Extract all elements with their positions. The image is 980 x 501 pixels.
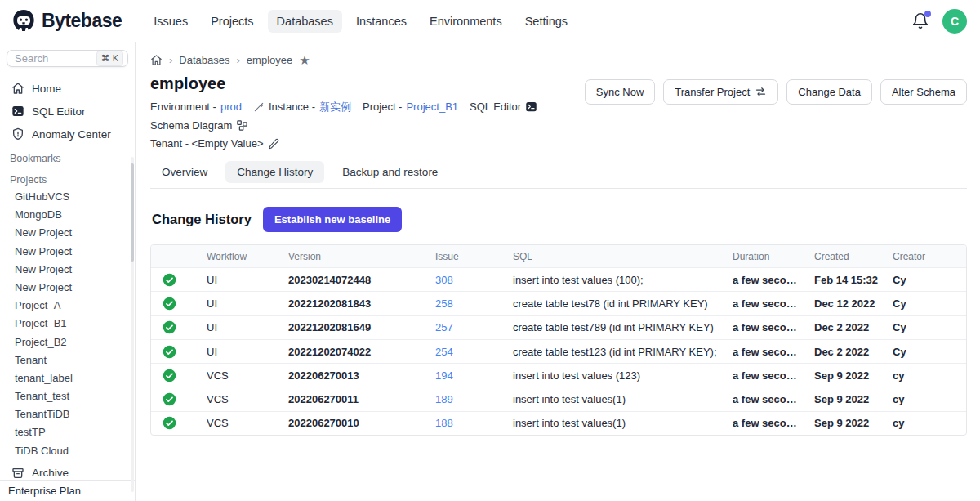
- table-row: VCS 202206270013 194 insert into test va…: [151, 363, 966, 387]
- issue-cell: 308: [429, 274, 506, 286]
- breadcrumb-databases[interactable]: Databases: [179, 54, 229, 66]
- top-nav-item[interactable]: Issues: [145, 10, 197, 33]
- sidebar-project-item[interactable]: TenantTiDB: [0, 405, 135, 423]
- sidebar-item-archive[interactable]: Archive: [0, 467, 135, 480]
- sync-now-label: Sync Now: [596, 86, 644, 98]
- issue-cell: 257: [429, 321, 506, 333]
- search-box[interactable]: ⌘ K: [7, 50, 128, 67]
- sql-cell: insert into test values (100);: [506, 274, 726, 286]
- issue-link[interactable]: 194: [435, 369, 453, 382]
- issue-link[interactable]: 254: [435, 346, 453, 358]
- issue-link[interactable]: 257: [435, 321, 453, 333]
- status-cell: [151, 416, 200, 430]
- workflow-cell: VCS: [200, 417, 282, 429]
- tab[interactable]: Overview: [150, 161, 219, 183]
- issue-cell: 194: [429, 369, 506, 382]
- sidebar-item-home[interactable]: Home: [0, 77, 135, 100]
- instance-link[interactable]: 新实例: [319, 99, 351, 114]
- top-nav-item[interactable]: Databases: [268, 10, 342, 33]
- breadcrumb-employee[interactable]: employee: [247, 54, 292, 66]
- top-nav-item[interactable]: Settings: [516, 10, 577, 33]
- sidebar-scrollbar-thumb[interactable]: [131, 163, 134, 262]
- top-nav-item[interactable]: Environments: [421, 10, 511, 33]
- sidebar-project-item[interactable]: New Project: [0, 243, 135, 261]
- bookmarks-section-label: Bookmarks: [0, 145, 135, 167]
- bytebase-logo[interactable]: Bytebase: [11, 9, 122, 34]
- version-cell: 202206270010: [282, 417, 429, 429]
- issue-cell: 254: [429, 346, 506, 358]
- creator-cell: cy: [886, 369, 966, 382]
- user-avatar[interactable]: C: [942, 9, 967, 34]
- sidebar-project-item[interactable]: Project_B2: [0, 333, 135, 351]
- sidebar-project-item[interactable]: Tenant_test: [0, 387, 135, 405]
- duration-cell: a few seconds: [726, 274, 808, 286]
- sql-editor-link[interactable]: SQL Editor: [470, 99, 537, 114]
- change-data-button[interactable]: Change Data: [786, 79, 872, 105]
- top-bar: Bytebase Issues Projects Databases Insta…: [0, 0, 980, 42]
- tenant-meta: Tenant - <Empty Value>: [150, 136, 279, 151]
- issue-column-header: Issue: [429, 251, 506, 262]
- sidebar-project-item[interactable]: New Project: [0, 224, 135, 242]
- sync-now-button[interactable]: Sync Now: [585, 79, 656, 105]
- environment-link[interactable]: prod: [220, 99, 242, 114]
- alter-schema-button[interactable]: Alter Schema: [880, 79, 967, 105]
- archive-icon: [11, 467, 24, 480]
- sql-cell: insert into test values (123): [506, 369, 726, 382]
- sidebar-project-item[interactable]: tenant_label: [0, 369, 135, 387]
- sidebar-project-item[interactable]: Project_B1: [0, 315, 135, 333]
- version-cell: 202206270013: [282, 369, 429, 382]
- version-cell: 20230214072448: [282, 274, 429, 286]
- issue-link[interactable]: 189: [435, 393, 453, 405]
- sidebar-scrollbar[interactable]: [131, 157, 134, 492]
- app-window: Bytebase Issues Projects Databases Insta…: [0, 0, 980, 501]
- sidebar-project-item[interactable]: Project_A: [0, 297, 135, 315]
- sidebar-project-item[interactable]: TiDB Cloud: [0, 442, 135, 460]
- schema-diagram-link[interactable]: Schema Diagram: [150, 118, 248, 133]
- sidebar-item-label: Anomaly Center: [32, 128, 111, 141]
- alter-schema-label: Alter Schema: [892, 86, 956, 98]
- creator-cell: cy: [886, 417, 966, 429]
- search-input[interactable]: [15, 52, 93, 65]
- sidebar-project-item[interactable]: MongoDB: [0, 206, 135, 224]
- sql-column-header: SQL: [506, 251, 726, 262]
- notification-dot: [924, 11, 931, 17]
- sidebar-project-item[interactable]: GitHubVCS: [0, 188, 135, 206]
- issue-link[interactable]: 258: [435, 297, 453, 310]
- transfer-project-button[interactable]: Transfer Project: [663, 79, 778, 105]
- page-action-buttons: Sync Now Transfer Project Change Data: [585, 79, 967, 105]
- sidebar-item-label: Home: [32, 83, 61, 95]
- sql-cell: insert into test values(1): [506, 393, 726, 405]
- issue-link[interactable]: 308: [435, 274, 453, 286]
- duration-column-header: Duration: [726, 251, 808, 262]
- issue-link[interactable]: 188: [435, 417, 453, 429]
- sql-editor-label: SQL Editor: [470, 99, 521, 114]
- change-history-table: Workflow Version Issue SQL Duration Crea…: [150, 244, 967, 436]
- top-nav-item[interactable]: Projects: [202, 10, 262, 33]
- notification-bell-icon[interactable]: [911, 12, 929, 30]
- success-check-icon: [163, 416, 176, 430]
- sidebar-project-item[interactable]: New Project: [0, 279, 135, 297]
- main-content: › Databases › employee ★ employee Enviro…: [136, 42, 980, 501]
- favorite-star-icon[interactable]: ★: [299, 54, 310, 66]
- tab[interactable]: Change History: [225, 161, 324, 183]
- project-link[interactable]: Project_B1: [406, 99, 458, 114]
- database-meta-line1: Environment - prod Instance - 新实例: [150, 99, 585, 133]
- success-check-icon: [163, 273, 176, 287]
- sidebar-project-item[interactable]: Tenant: [0, 351, 135, 369]
- status-cell: [151, 392, 200, 406]
- version-cell: 20221202081843: [282, 297, 429, 310]
- home-breadcrumb-icon[interactable]: [150, 54, 163, 66]
- sidebar-project-item[interactable]: testTP: [0, 423, 135, 441]
- sidebar-item-anomaly-center[interactable]: Anomaly Center: [0, 123, 135, 145]
- top-nav-item[interactable]: Instances: [347, 10, 416, 33]
- sidebar-item-sql-editor[interactable]: SQL Editor: [0, 100, 135, 123]
- success-check-icon: [163, 320, 176, 334]
- version-column-header: Version: [282, 251, 429, 262]
- edit-tenant-pencil-icon[interactable]: [268, 138, 279, 150]
- issue-cell: 188: [429, 417, 506, 429]
- sidebar-project-item[interactable]: New Project: [0, 261, 135, 279]
- home-icon: [11, 82, 24, 95]
- establish-baseline-button[interactable]: Establish new baseline: [263, 207, 402, 232]
- created-cell: Dec 12 2022: [808, 297, 886, 310]
- tab[interactable]: Backup and restore: [331, 161, 449, 183]
